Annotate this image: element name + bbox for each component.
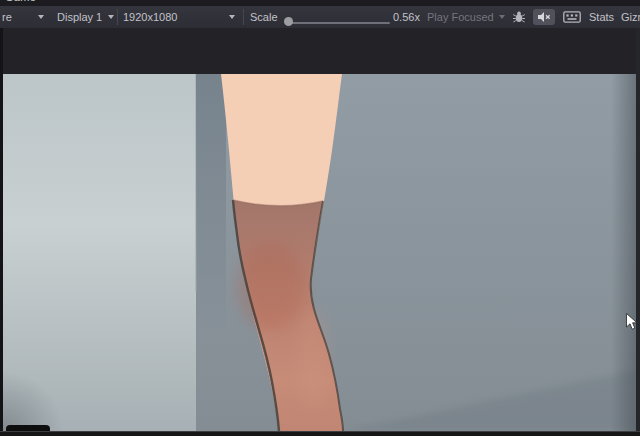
letterbox-band	[0, 28, 640, 74]
scale-value: 0.56x	[393, 6, 420, 28]
chevron-down-icon	[38, 15, 44, 19]
unity-game-view-window: Game re Display 1 1920x1080 Scale 0.56x …	[0, 0, 640, 436]
toolbar-separator	[117, 9, 118, 25]
viewport-left-border	[0, 28, 3, 436]
metrics-icon	[563, 11, 581, 23]
stats-button[interactable]: Stats	[589, 6, 614, 28]
tab-game-label: Game	[5, 0, 36, 3]
game-view-toolbar: re Display 1 1920x1080 Scale 0.56x Play …	[0, 6, 640, 29]
chevron-down-icon	[229, 15, 235, 19]
scale-slider[interactable]	[288, 22, 390, 24]
debug-bug-button[interactable]	[510, 9, 528, 25]
game-render-surface[interactable]	[3, 74, 636, 431]
scale-slider-handle[interactable]	[284, 17, 293, 26]
resolution-dropdown-label: 1920x1080	[123, 6, 177, 28]
bottom-window-edge	[0, 431, 640, 436]
aspect-ratio-label: re	[2, 6, 12, 28]
bug-icon	[512, 10, 526, 24]
mute-audio-button[interactable]	[533, 9, 555, 25]
scale-label: Scale	[250, 6, 278, 28]
game-scene	[3, 74, 636, 431]
metrics-button[interactable]	[560, 9, 584, 25]
chevron-down-icon	[499, 15, 505, 19]
display-dropdown-label: Display 1	[57, 6, 102, 28]
viewport-right-border	[636, 28, 640, 436]
toolbar-separator	[243, 9, 244, 25]
chevron-down-icon	[108, 15, 114, 19]
gizmos-button[interactable]: Gizmos	[621, 6, 640, 28]
play-focused-label: Play Focused	[427, 6, 494, 28]
mute-audio-icon	[537, 11, 551, 23]
mouse-cursor-icon	[626, 313, 638, 331]
